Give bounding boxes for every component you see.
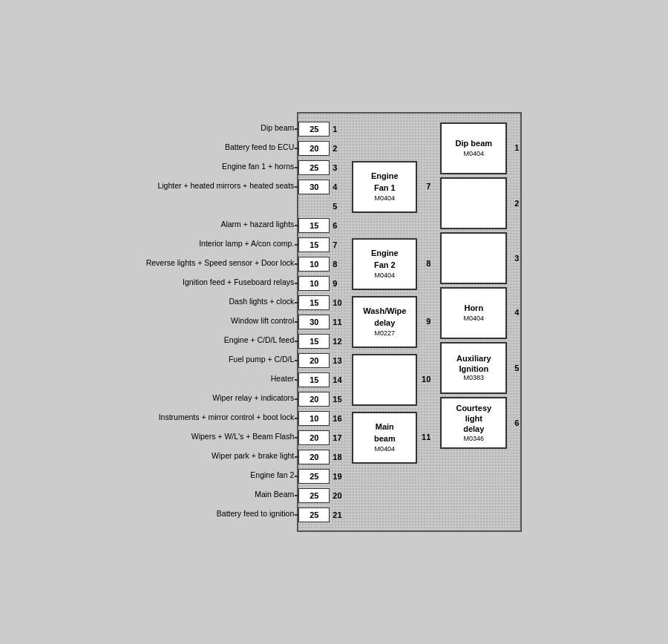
fuse-box-2: 20 bbox=[298, 141, 330, 156]
label-row-9: Ignition feed + Fuseboard relays bbox=[183, 272, 294, 292]
label-row-2: Battery feed to ECU bbox=[225, 137, 294, 157]
fuse-row-21: 2521 bbox=[298, 505, 347, 525]
fuse-row-1: 251 bbox=[298, 119, 347, 139]
fuse-number-3: 3 bbox=[333, 163, 347, 172]
fuse-row-10: 1510 bbox=[298, 293, 347, 312]
right-number-4: 4 bbox=[514, 307, 519, 318]
right-sublabel-1: M0404 bbox=[464, 149, 485, 159]
fuse-number-16: 16 bbox=[333, 414, 347, 423]
label-row-10: Dash lights + clock bbox=[229, 292, 294, 311]
fuse-box-16: 10 bbox=[298, 411, 330, 426]
fuse-number-4: 4 bbox=[333, 183, 347, 191]
fuse-box-20: 25 bbox=[298, 488, 330, 503]
fuse-box-15: 20 bbox=[298, 392, 330, 407]
fuse-row-7: 157 bbox=[298, 235, 347, 254]
fuse-row-17: 2017 bbox=[298, 428, 347, 447]
label-row-6: Alarm + hazard lights bbox=[220, 214, 294, 234]
fuse-row-13: 2013 bbox=[298, 351, 347, 370]
right-label-horn: Horn bbox=[464, 303, 483, 314]
fuse-diagram: Dip beamBattery feed to ECUEngine fan 1 … bbox=[146, 112, 523, 532]
fuse-box-13: 20 bbox=[298, 353, 330, 368]
label-row-16: Instruments + mirror control + boot lock bbox=[159, 407, 295, 427]
right-number-6: 6 bbox=[514, 418, 519, 428]
right-label-dip-beam: Dip beam bbox=[456, 138, 493, 149]
fuse-number-19: 19 bbox=[333, 472, 347, 481]
fuse-number-12: 12 bbox=[333, 337, 347, 346]
label-row-15: Wiper relay + indicators bbox=[212, 388, 294, 407]
fuse-box-10: 15 bbox=[298, 295, 330, 310]
label-row-20: Main Beam bbox=[255, 484, 294, 504]
fuse-number-10: 10 bbox=[333, 298, 347, 307]
fuse-number-5: 5 bbox=[333, 202, 347, 211]
fuse-box-18: 20 bbox=[298, 450, 330, 464]
label-row-11: Window lift control bbox=[231, 311, 294, 330]
labels-column: Dip beamBattery feed to ECUEngine fan 1 … bbox=[146, 112, 298, 523]
right-number-3: 3 bbox=[514, 254, 519, 263]
fuse-box-9: 10 bbox=[298, 276, 330, 291]
relay-number-10: 10 bbox=[422, 374, 430, 385]
relay-label-wash-wipe: Wash/Wipedelay bbox=[363, 306, 406, 329]
relay-number-9: 9 bbox=[426, 316, 430, 327]
fuse-row-14: 1514 bbox=[298, 370, 347, 390]
fuse-row-19: 2519 bbox=[298, 467, 347, 486]
fuse-row-5: 5 bbox=[298, 197, 347, 216]
fuse-number-11: 11 bbox=[333, 318, 347, 326]
right-label-aux-ignition: AuxiliaryIgnition bbox=[456, 353, 491, 375]
fuse-box-19: 25 bbox=[298, 469, 330, 484]
relay-label-engine-fan-1: EngineFan 1 bbox=[371, 171, 399, 194]
relay-sublabel-5: M0404 bbox=[375, 444, 396, 454]
fuse-row-9: 109 bbox=[298, 274, 347, 293]
fuse-row-11: 3011 bbox=[298, 312, 347, 332]
label-row-18: Wiper park + brake light bbox=[212, 446, 294, 465]
fuse-box-11: 30 bbox=[298, 315, 330, 329]
relay-number-11: 11 bbox=[422, 432, 430, 443]
relay-number-7: 7 bbox=[426, 181, 430, 192]
fuse-number-13: 13 bbox=[333, 356, 347, 365]
fuse-number-1: 1 bbox=[333, 125, 347, 134]
right-number-1: 1 bbox=[514, 142, 519, 154]
label-row-7: Interior lamp + A/con comp. bbox=[199, 234, 294, 253]
fuse-box-21: 25 bbox=[298, 507, 330, 522]
fuse-number-15: 15 bbox=[333, 395, 347, 404]
right-sublabel-6: M0346 bbox=[464, 435, 485, 444]
fuse-row-16: 1016 bbox=[298, 409, 347, 428]
right-sublabel-5: M0383 bbox=[464, 374, 485, 383]
label-row-3: Engine fan 1 + horns bbox=[222, 157, 294, 176]
fuse-box-4: 30 bbox=[298, 180, 330, 194]
fuse-box-3: 25 bbox=[298, 160, 330, 175]
fuse-row-4: 304 bbox=[298, 177, 347, 197]
fuse-number-9: 9 bbox=[333, 279, 347, 288]
fuse-row-12: 1512 bbox=[298, 332, 347, 351]
fuse-number-17: 17 bbox=[333, 433, 347, 442]
label-row-12: Engine + C/D/L feed bbox=[224, 330, 294, 349]
fuse-box-8: 10 bbox=[298, 257, 330, 272]
fuse-number-18: 18 bbox=[333, 453, 347, 461]
label-row-19: Engine fan 2 bbox=[250, 465, 294, 484]
fuse-column: 2512022533045156157108109151030111512201… bbox=[298, 119, 347, 525]
label-row-4: Lighter + heated mirrors + heated seats bbox=[157, 176, 294, 195]
label-row-8: Reverse lights + Speed sensor + Door loc… bbox=[146, 253, 295, 272]
fuse-row-3: 253 bbox=[298, 158, 347, 177]
fuse-number-7: 7 bbox=[333, 240, 347, 249]
fuse-row-20: 2520 bbox=[298, 486, 347, 505]
relay-sublabel-3: M0227 bbox=[375, 329, 396, 338]
fuse-number-2: 2 bbox=[333, 144, 347, 153]
label-row-1: Dip beam bbox=[261, 118, 294, 137]
right-label-courtesy: Courtesylightdelay bbox=[456, 403, 491, 435]
fuse-row-6: 156 bbox=[298, 216, 347, 235]
fuse-number-21: 21 bbox=[333, 510, 347, 519]
label-row-13: Fuel pump + C/D/L bbox=[229, 349, 294, 369]
fuse-box-6: 15 bbox=[298, 218, 330, 233]
fuse-box-1: 25 bbox=[298, 122, 330, 137]
right-number-5: 5 bbox=[514, 363, 519, 373]
label-row-14: Heater bbox=[271, 369, 295, 388]
fuse-row-2: 202 bbox=[298, 139, 347, 158]
right-sublabel-4: M0404 bbox=[464, 314, 485, 323]
relay-sublabel-2: M0404 bbox=[375, 271, 396, 280]
label-row-17: Wipers + W/L's + Beam Flash bbox=[191, 427, 295, 446]
fuse-number-20: 20 bbox=[333, 491, 347, 500]
label-row-21: Battery feed to ignition bbox=[217, 504, 294, 523]
right-number-2: 2 bbox=[514, 199, 519, 208]
fuse-row-15: 2015 bbox=[298, 390, 347, 409]
fuse-box-7: 15 bbox=[298, 237, 330, 252]
